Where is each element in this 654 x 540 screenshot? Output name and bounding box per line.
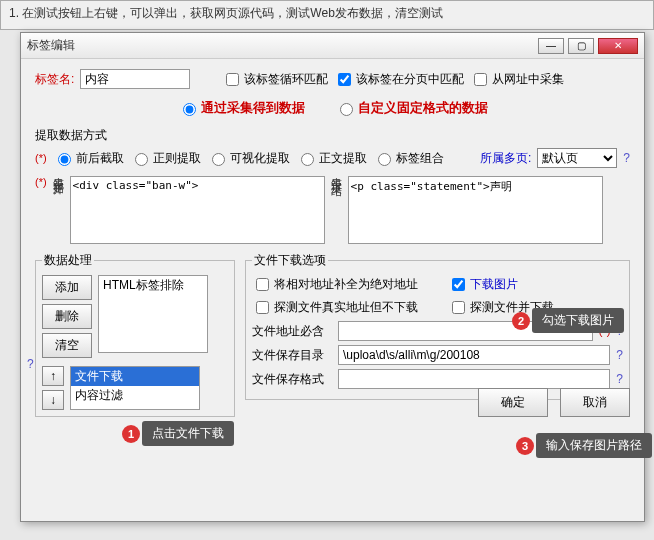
clear-button[interactable]: 清空 bbox=[42, 333, 92, 358]
regex-radio[interactable]: 正则提取 bbox=[130, 150, 201, 167]
help-icon[interactable]: ? bbox=[616, 348, 623, 362]
minimize-button[interactable]: — bbox=[538, 38, 564, 54]
custom-fixed-radio[interactable]: 自定义固定格式的数据 bbox=[335, 99, 488, 117]
callout-3: 输入保存图片路径 bbox=[536, 433, 652, 458]
add-button[interactable]: 添加 bbox=[42, 275, 92, 300]
frontback-radio[interactable]: 前后截取 bbox=[53, 150, 124, 167]
visual-radio[interactable]: 可视化提取 bbox=[207, 150, 290, 167]
save-fmt-label: 文件保存格式 bbox=[252, 371, 332, 388]
data-processing-fieldset: 数据处理 添加 删除 清空 HTML标签排除 ↑ ↓ bbox=[35, 252, 235, 417]
move-down-button[interactable]: ↓ bbox=[42, 390, 64, 410]
cancel-button[interactable]: 取消 bbox=[560, 388, 630, 417]
belong-select[interactable]: 默认页 bbox=[537, 148, 617, 168]
url-collect-checkbox[interactable]: 从网址中采集 bbox=[470, 70, 564, 89]
help-icon[interactable]: ? bbox=[623, 151, 630, 165]
loop-match-checkbox[interactable]: 该标签循环匹配 bbox=[222, 70, 328, 89]
list-item-selected[interactable]: 文件下载 bbox=[71, 367, 199, 386]
save-dir-input[interactable] bbox=[338, 345, 610, 365]
callout-2: 勾选下载图片 bbox=[532, 308, 624, 333]
close-button[interactable]: ✕ bbox=[598, 38, 638, 54]
background-window-hint: 1. 在测试按钮上右键，可以弹出，获取网页源代码，测试Web发布数据，清空测试 bbox=[0, 0, 654, 30]
help-icon[interactable]: ? bbox=[27, 357, 34, 371]
tagname-label: 标签名: bbox=[35, 71, 74, 88]
abs-url-checkbox[interactable]: 将相对地址补全为绝对地址 bbox=[252, 275, 442, 294]
delete-button[interactable]: 删除 bbox=[42, 304, 92, 329]
download-legend: 文件下载选项 bbox=[252, 252, 328, 269]
probe-nodl-checkbox[interactable]: 探测文件真实地址但不下载 bbox=[252, 298, 442, 317]
callout-badge-3: 3 bbox=[516, 437, 534, 455]
addr-must-label: 文件地址必含 bbox=[252, 323, 332, 340]
list-item[interactable]: 内容过滤 bbox=[71, 386, 199, 405]
required-star: (*) bbox=[35, 152, 47, 164]
tagname-input[interactable] bbox=[80, 69, 190, 89]
extract-method-label: 提取数据方式 bbox=[35, 127, 630, 144]
start-string-textarea[interactable]: <div class="ban-w"> bbox=[70, 176, 325, 244]
end-string-textarea[interactable]: <p class="statement">声明 bbox=[348, 176, 603, 244]
process-listbox-top[interactable]: HTML标签排除 bbox=[98, 275, 208, 353]
data-processing-legend: 数据处理 bbox=[42, 252, 94, 269]
belong-label: 所属多页: bbox=[480, 150, 531, 167]
move-up-button[interactable]: ↑ bbox=[42, 366, 64, 386]
list-item[interactable]: HTML标签排除 bbox=[99, 276, 207, 295]
body-radio[interactable]: 正文提取 bbox=[296, 150, 367, 167]
callout-badge-2: 2 bbox=[512, 312, 530, 330]
callout-badge-1: 1 bbox=[122, 425, 140, 443]
callout-1: 点击文件下载 bbox=[142, 421, 234, 446]
process-listbox-bottom[interactable]: 文件下载 内容过滤 bbox=[70, 366, 200, 410]
page-match-checkbox[interactable]: 该标签在分页中匹配 bbox=[334, 70, 464, 89]
combo-radio[interactable]: 标签组合 bbox=[373, 150, 444, 167]
via-collect-radio[interactable]: 通过采集得到数据 bbox=[178, 99, 305, 117]
help-icon[interactable]: ? bbox=[616, 372, 623, 386]
ok-button[interactable]: 确定 bbox=[478, 388, 548, 417]
save-dir-label: 文件保存目录 bbox=[252, 347, 332, 364]
dialog-title: 标签编辑 bbox=[27, 37, 538, 54]
titlebar: 标签编辑 — ▢ ✕ bbox=[21, 33, 644, 59]
save-fmt-input[interactable] bbox=[338, 369, 610, 389]
download-image-checkbox[interactable]: 下载图片 bbox=[448, 275, 518, 294]
maximize-button[interactable]: ▢ bbox=[568, 38, 594, 54]
required-star: (*) bbox=[35, 176, 47, 188]
